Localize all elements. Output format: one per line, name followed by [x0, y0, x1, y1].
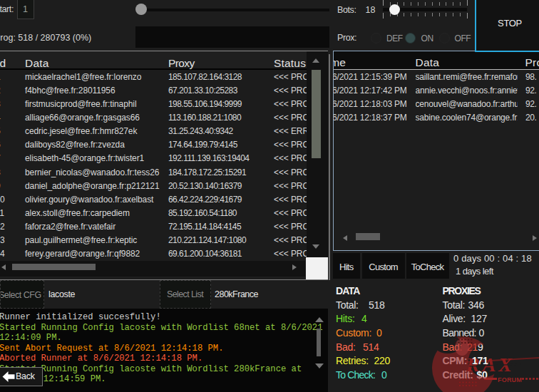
svg-text:FORUM: FORUM	[498, 376, 522, 383]
